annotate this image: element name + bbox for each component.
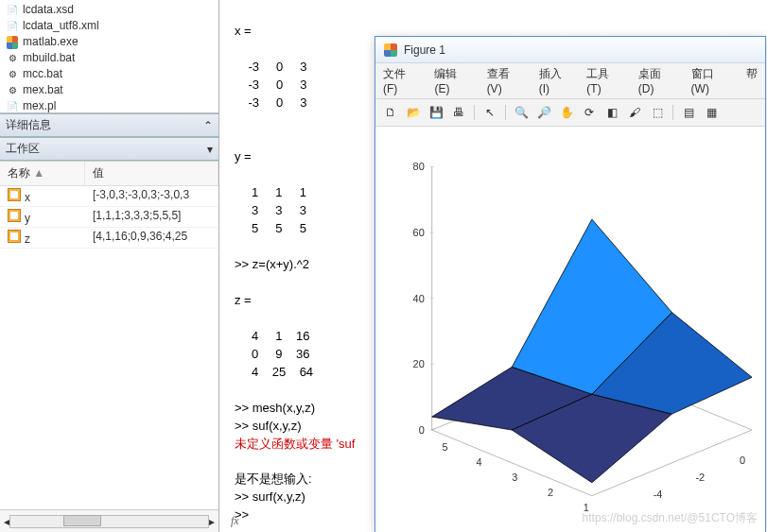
- svg-text:0: 0: [419, 424, 425, 436]
- file-item[interactable]: ⚙mbuild.bat: [4, 50, 215, 66]
- col-name[interactable]: 名称 ▲: [0, 162, 85, 185]
- col-value[interactable]: 值: [85, 162, 218, 185]
- workspace-row[interactable]: x[-3,0,3;-3,0,3;-3,0,3: [0, 186, 218, 207]
- file-item[interactable]: ⚙mex.bat: [4, 82, 215, 98]
- file-name: matlab.exe: [23, 35, 78, 49]
- menu-window[interactable]: 窗口(W): [691, 66, 731, 95]
- bat-icon: ⚙: [6, 68, 19, 81]
- save-icon[interactable]: 💾: [427, 103, 445, 122]
- watermark: https://blog.csdn.net/@51CTO博客: [583, 510, 758, 526]
- svg-text:80: 80: [413, 161, 425, 172]
- file-name: mex.pl: [23, 99, 56, 113]
- variable-icon: [8, 209, 21, 222]
- svg-text:4: 4: [476, 456, 481, 468]
- figure-titlebar[interactable]: Figure 1: [375, 37, 765, 63]
- sort-icon: ▲: [33, 166, 44, 180]
- file-name: lcdata_utf8.xml: [23, 19, 99, 33]
- figure-title: Figure 1: [404, 43, 445, 57]
- variable-icon: [8, 188, 21, 201]
- svg-text:60: 60: [413, 227, 425, 238]
- new-icon[interactable]: 🗋: [381, 103, 400, 122]
- xml-icon: 📄: [6, 20, 19, 33]
- error-message: 未定义函数或变量 'suf: [235, 437, 355, 451]
- fx-indicator[interactable]: fx: [219, 512, 251, 530]
- workspace-row[interactable]: z[4,1,16;0,9,36;4,25: [0, 228, 218, 249]
- colorbar-icon[interactable]: ▤: [679, 103, 698, 122]
- bat-icon: ⚙: [6, 84, 19, 97]
- toolbar-separator: [474, 105, 475, 120]
- matlab-logo-icon: [383, 43, 398, 58]
- svg-text:3: 3: [512, 472, 517, 483]
- surface-plot: 0 20 40 60 80 5 4 3 2 1 -4 -2 0: [375, 127, 765, 532]
- suggestion[interactable]: >> surf(x,y,z): [235, 489, 305, 504]
- file-name: mbuild.bat: [23, 51, 75, 65]
- menu-insert[interactable]: 插入(I): [539, 66, 572, 95]
- toolbar-separator: [672, 105, 673, 120]
- workspace-table: 名称 ▲ 值 x[-3,0,3;-3,0,3;-3,0,3 y[1,1,1;3,…: [0, 161, 218, 509]
- menu-edit[interactable]: 编辑(E): [434, 66, 471, 95]
- matlab-exe-icon: [6, 36, 19, 49]
- variable-icon: [8, 230, 21, 243]
- bat-icon: ⚙: [6, 52, 19, 65]
- details-panel-header[interactable]: 详细信息 ⌃: [0, 113, 218, 137]
- scroll-thumb[interactable]: [63, 515, 101, 526]
- horizontal-scrollbar[interactable]: ◂ ▸: [0, 509, 218, 532]
- file-icon: 📄: [6, 100, 19, 113]
- dropdown-icon[interactable]: ▾: [207, 143, 213, 156]
- left-column: 📄lcdata.xsd 📄lcdata_utf8.xml matlab.exe …: [0, 0, 219, 532]
- arrow-icon[interactable]: ↖: [480, 103, 499, 122]
- suggest-label: 是不是想输入:: [235, 472, 312, 486]
- svg-text:2: 2: [548, 487, 553, 498]
- figure-window[interactable]: Figure 1 文件(F) 编辑(E) 查看(V) 插入(I) 工具(T) 桌…: [375, 36, 766, 532]
- menu-desktop[interactable]: 桌面(D): [638, 66, 676, 95]
- svg-text:-4: -4: [654, 489, 663, 500]
- file-name: mex.bat: [23, 83, 63, 97]
- figure-toolbar: 🗋 📂 💾 🖶 ↖ 🔍 🔎 ✋ ⟳ ◧ 🖌 ⬚ ▤ ▦: [375, 99, 765, 127]
- axes-3d[interactable]: 0 20 40 60 80 5 4 3 2 1 -4 -2 0: [375, 127, 765, 532]
- workspace-panel-header[interactable]: 工作区 ▾: [0, 137, 218, 161]
- svg-text:5: 5: [443, 441, 448, 453]
- scroll-track[interactable]: [9, 515, 209, 528]
- svg-text:0: 0: [740, 455, 745, 466]
- file-item[interactable]: ⚙mcc.bat: [4, 66, 215, 82]
- file-item[interactable]: matlab.exe: [4, 34, 215, 50]
- file-name: mcc.bat: [23, 67, 62, 81]
- menu-file[interactable]: 文件(F): [383, 66, 419, 95]
- file-browser[interactable]: 📄lcdata.xsd 📄lcdata_utf8.xml matlab.exe …: [0, 0, 218, 113]
- pan-icon[interactable]: ✋: [557, 103, 576, 122]
- svg-text:20: 20: [413, 358, 425, 369]
- toolbar-separator: [505, 105, 506, 120]
- file-name: lcdata.xsd: [23, 3, 74, 17]
- print-icon[interactable]: 🖶: [449, 103, 468, 122]
- file-item[interactable]: 📄lcdata.xsd: [4, 2, 215, 18]
- menu-view[interactable]: 查看(V): [487, 66, 524, 95]
- svg-text:-2: -2: [695, 472, 705, 483]
- collapse-icon[interactable]: ⌃: [203, 119, 213, 132]
- menu-tools[interactable]: 工具(T): [586, 66, 622, 95]
- details-title: 详细信息: [6, 117, 51, 133]
- scroll-right-icon[interactable]: ▸: [209, 515, 215, 528]
- xml-icon: 📄: [6, 4, 19, 17]
- menu-help[interactable]: 帮: [746, 66, 758, 95]
- zoom-in-icon[interactable]: 🔍: [512, 103, 531, 122]
- brush-icon[interactable]: 🖌: [625, 103, 644, 122]
- file-item[interactable]: 📄mex.pl: [4, 98, 215, 113]
- figure-menubar: 文件(F) 编辑(E) 查看(V) 插入(I) 工具(T) 桌面(D) 窗口(W…: [375, 63, 765, 99]
- link-icon[interactable]: ⬚: [648, 103, 667, 122]
- workspace-row[interactable]: y[1,1,1;3,3,3;5,5,5]: [0, 207, 218, 228]
- workspace-title: 工作区: [6, 141, 40, 157]
- rotate3d-icon[interactable]: ⟳: [580, 103, 599, 122]
- datatip-icon[interactable]: ◧: [602, 103, 621, 122]
- open-icon[interactable]: 📂: [404, 103, 423, 122]
- file-item[interactable]: 📄lcdata_utf8.xml: [4, 18, 215, 34]
- zoom-out-icon[interactable]: 🔎: [534, 103, 553, 122]
- svg-text:40: 40: [413, 293, 425, 304]
- workspace-header-row: 名称 ▲ 值: [0, 162, 218, 186]
- legend-icon[interactable]: ▦: [702, 103, 721, 122]
